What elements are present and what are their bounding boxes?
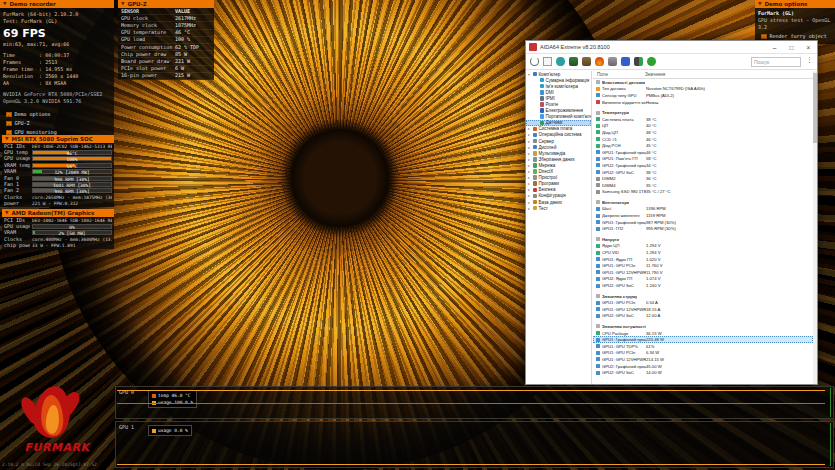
tree-item-label: Електроживлення	[546, 108, 584, 113]
flag-icon[interactable]	[621, 57, 630, 66]
stat-line: Frames : 2513	[3, 59, 111, 66]
sensor-row-gpu2-ядро-гп[interactable]: GPU2: Ядро ГП1.074 V	[593, 276, 813, 283]
checkbox-label: Demo options	[15, 111, 51, 118]
sensor-row-gpu1-gpu-12vhpwr[interactable]: GPU1: GPU 12VHPWR11.790 V	[593, 269, 813, 276]
section-header-вентилятори: Вентилятори	[593, 199, 813, 206]
sensor-value: 2617MHz	[175, 15, 211, 22]
sensor-row-label: GPU1: Пам'ять ГП	[602, 156, 646, 161]
checkbox-render-furry-object[interactable]: ✓Render furry object	[761, 33, 832, 40]
sensor-row-gpu1-ядро-гп[interactable]: GPU1: Ядро ГП1.020 V	[593, 256, 813, 263]
sensor-row-label: GPU2: Графічний процесор	[602, 364, 646, 369]
legend-text: usage 0.0 %	[158, 428, 188, 433]
sensor-row-dimm2[interactable]: DIMM236 °C	[593, 175, 813, 182]
sensor-row-icon	[596, 301, 600, 305]
hw-bar-track: 990 RPM [30%]	[32, 188, 112, 193]
sensor-row-ядро-цп[interactable]: Ядро ЦП1.294 V	[593, 243, 813, 250]
sensor-row-шасі[interactable]: Шасі1396 RPM	[593, 206, 813, 213]
eye-icon[interactable]	[556, 57, 565, 66]
maximize-button[interactable]: □	[783, 41, 800, 54]
sensor-row-gpu1-графічний-процесор[interactable]: GPU1: Графічний процесор987 RPM (30%)	[593, 219, 813, 226]
sensor-row-value: 34 °C	[646, 163, 813, 168]
sensor-row-icon	[596, 124, 600, 128]
display-icon[interactable]	[569, 57, 578, 66]
demo-options-panel: ▼ Demo options FurMark (GL) GPU stress t…	[755, 0, 835, 44]
value-column-header: Значення	[645, 72, 813, 77]
sensor-row-gpu1-gpu-pcie[interactable]: GPU1: GPU PCIe0.54 A	[593, 299, 813, 306]
kebab-menu-icon[interactable]: ⋮	[806, 56, 813, 64]
furmark-overlay-title: Demo recorder	[9, 0, 55, 8]
sensor-row-gpu1-gpu-tdp[interactable]: GPU1: GPU TDP%61%	[593, 343, 813, 350]
sensor-row-cpu-vid[interactable]: CPU VID1.294 V	[593, 249, 813, 256]
sensor-row-label: CPU Package	[602, 331, 646, 336]
sensor-row-gpu1-гп2[interactable]: GPU1: ГП2995 RPM (30%)	[593, 225, 813, 232]
sensor-row-gpu2-gpu-soc[interactable]: GPU2: GPU SoC38 °C	[593, 169, 813, 176]
sensor-row-cpu-package[interactable]: CPU Package36.15 W	[593, 330, 813, 337]
tree-item-тест[interactable]: ▸Тест	[526, 205, 591, 211]
tree-item-label: Зберігання даних	[539, 157, 575, 162]
furmark-overlay-titlebar[interactable]: ▼ Demo recorder	[0, 0, 114, 8]
sensor-row-сенсор-типу-gpu[interactable]: Сенсор типу GPUPMBus (ADL2)	[593, 92, 813, 99]
sensor-value: 215 W	[175, 72, 211, 79]
close-button[interactable]: ×	[800, 41, 817, 54]
vertical-scrollbar[interactable]	[813, 71, 817, 384]
demo-options-titlebar[interactable]: ▼ Demo options	[755, 0, 835, 8]
sensor-row-gpu1-gpu-12vhpwr[interactable]: GPU1: GPU 12VHPWR18.15 A	[593, 306, 813, 313]
search-input[interactable]	[751, 57, 801, 67]
sensor-row-label: GPU1: Графічний процесор	[602, 220, 646, 225]
sensor-row-icon	[596, 338, 600, 342]
panel-icon[interactable]	[634, 57, 643, 66]
sensor-row-label: GPU1: GPU 12VHPWR	[602, 307, 646, 312]
section-header-температури: Температури	[593, 109, 813, 116]
sensor-row-gpu2-gpu-soc[interactable]: GPU2: GPU SoC12.00 A	[593, 313, 813, 320]
hw-bar-text: 54°C	[33, 164, 111, 167]
sensor-row-діод-pch[interactable]: Діод PCH45 °C	[593, 142, 813, 149]
sensor-row-icon	[596, 357, 600, 361]
sensor-row-samsung-ssd-980-1tb[interactable]: Samsung SSD 980 1TB35 °C / 27 °C	[593, 189, 813, 196]
sensor-row-gpu1-графічний-процесор[interactable]: GPU1: Графічний процесор220.48 W	[593, 336, 813, 343]
checkbox-gpu-z[interactable]: ✓GPU-Z	[6, 120, 111, 127]
checkbox-demo-options[interactable]: ✓Demo options	[6, 111, 111, 118]
devices-icon[interactable]	[582, 57, 591, 66]
sensor-row-gpu1-gpu-pcie[interactable]: GPU1: GPU PCIe11.760 V	[593, 262, 813, 269]
tools-icon[interactable]	[608, 57, 617, 66]
minimize-button[interactable]: –	[766, 41, 783, 54]
sensor-row-icon	[596, 177, 600, 181]
list-column-header: Поле Значення	[593, 71, 813, 79]
sensor-row-gpu2-графічний-процесор[interactable]: GPU2: Графічний процесор34 °C	[593, 162, 813, 169]
sensor-row-gpu2-gpu-soc[interactable]: GPU2: GPU SoC1.240 V	[593, 282, 813, 289]
sensor-name: Chip power draw	[121, 51, 175, 58]
burn-in-flame-icon[interactable]	[595, 57, 604, 66]
sensor-row-label: GPU2: GPU SoC	[602, 313, 646, 318]
sensor-row-діод-цп[interactable]: Діод ЦП48 °C	[593, 129, 813, 136]
sensor-row-value: 1159 RPM	[646, 213, 813, 218]
sensor-row-gpu2-gpu-soc[interactable]: GPU2: GPU SoC14.00 W	[593, 369, 813, 376]
sensor-row-виявлено-відкриття-корпусу[interactable]: Виявлено відкриття корпусуНемає	[593, 99, 813, 106]
sensor-row-цп[interactable]: ЦП40 °C	[593, 123, 813, 130]
sensor-row-gpu1-gpu-12vhpwr[interactable]: GPU1: GPU 12VHPWR214.15 W	[593, 356, 813, 363]
section-icon	[596, 111, 600, 115]
section-header-значення-струму: Значення струму	[593, 293, 813, 300]
sensor-row-value: 48 °C	[646, 130, 813, 135]
sensor-value: 85 W	[175, 51, 211, 58]
web-icon[interactable]	[647, 57, 656, 66]
sensor-row-gpu1-графічний-процесор[interactable]: GPU1: Графічний процесор46 °C	[593, 149, 813, 156]
sensor-row-gpu1-пам-ять-гп[interactable]: GPU1: Пам'ять ГП58 °C	[593, 156, 813, 163]
sensor-row-тип-датчика[interactable]: Тип датчикаNuvoton NCT6799D (ISA A40h)	[593, 86, 813, 93]
sensor-row-value: 36.15 W	[646, 331, 813, 336]
scrollbar-thumb[interactable]	[813, 73, 817, 143]
aida64-titlebar[interactable]: AIDA64 Extreme v8.20.8100 – □ ×	[526, 41, 817, 54]
sensor-row-dimm4[interactable]: DIMM435 °C	[593, 182, 813, 189]
build-version-text: 2.10.2.0 build Sep 26 2025@17:47:52	[2, 462, 97, 467]
sensor-row-джерело-живлення[interactable]: Джерело живлення1159 RPM	[593, 212, 813, 219]
report-icon[interactable]	[543, 57, 552, 66]
sensor-row-icon	[596, 137, 600, 141]
sensor-row-gpu2-графічний-процесор[interactable]: GPU2: Графічний процесор45.00 W	[593, 363, 813, 370]
checkbox-checked-icon: ✓	[761, 34, 767, 40]
hw-bar-track: 2% [50 MB]	[32, 230, 112, 235]
hw-row-value: DEV-1002-164E SUB-1002-164E REV-C9	[32, 217, 112, 224]
sensor-row-системна-плата[interactable]: Системна плата38 °C	[593, 116, 813, 123]
sensor-row-gpu1-gpu-pcie[interactable]: GPU1: GPU PCIe6.34 W	[593, 350, 813, 357]
sensor-row-ccd-1[interactable]: CCD #146 °C	[593, 136, 813, 143]
demo-desc-line: GPU stress test - OpenGL 3.2	[758, 17, 832, 31]
refresh-icon[interactable]	[530, 57, 539, 66]
